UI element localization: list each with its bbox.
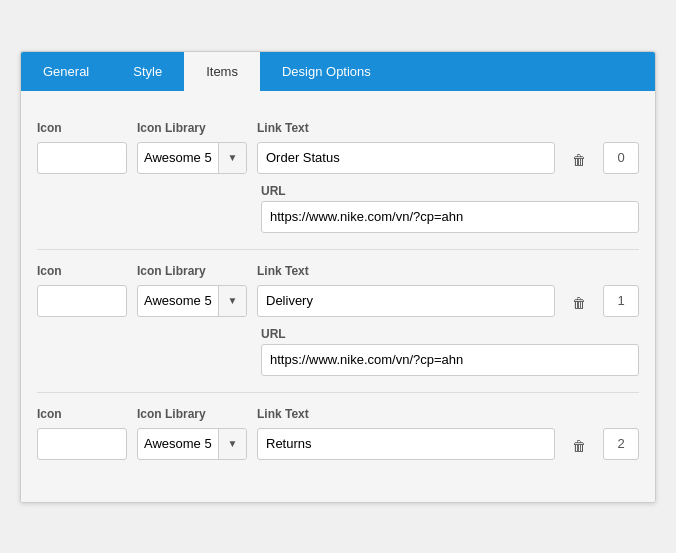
icon-library-field-0: Awesome 5 ▼ <box>137 142 247 174</box>
icon-field-group-0: Icon ↑ <box>37 121 127 174</box>
icon-library-group-2: Icon Library Awesome 5 ▼ <box>137 407 247 460</box>
delete-btn-1[interactable]: 🗑 <box>565 289 593 317</box>
link-text-input-0[interactable] <box>257 142 555 174</box>
tab-items[interactable]: Items <box>184 52 260 91</box>
link-text-group-1: Link Text <box>257 264 555 317</box>
order-num-2: 2 <box>603 428 639 460</box>
icon-label-0: Icon <box>37 121 127 135</box>
icon-library-group-0: Icon Library Awesome 5 ▼ <box>137 121 247 174</box>
link-text-input-1[interactable] <box>257 285 555 317</box>
url-wrap-0: URL <box>261 184 639 233</box>
url-section-0: URL <box>37 184 639 233</box>
icon-label-2: Icon <box>37 407 127 421</box>
chevron-down-icon-2: ▼ <box>228 438 238 449</box>
delete-btn-0[interactable]: 🗑 <box>565 146 593 174</box>
icon-library-group-1: Icon Library Awesome 5 ▼ <box>137 264 247 317</box>
trash-icon-0: 🗑 <box>572 152 586 168</box>
icon-library-select-1[interactable]: Awesome 5 <box>138 286 218 316</box>
icon-library-label-0: Icon Library <box>137 121 247 135</box>
dropdown-arrow-1: ▼ <box>218 286 246 316</box>
tab-design-options[interactable]: Design Options <box>260 52 393 91</box>
dropdown-arrow-2: ▼ <box>218 429 246 459</box>
icon-label-1: Icon <box>37 264 127 278</box>
content-area: Icon ↑ Icon Library Awesome 5 <box>21 91 655 502</box>
chevron-down-icon-1: ▼ <box>228 295 238 306</box>
trash-icon-2: 🗑 <box>572 438 586 454</box>
icon-library-label-1: Icon Library <box>137 264 247 278</box>
icon-field-group-1: Icon ↑ <box>37 264 127 317</box>
icon-field-0: ↑ <box>37 142 127 174</box>
url-wrap-1: URL <box>261 327 639 376</box>
icon-library-select-0[interactable]: Awesome 5 <box>138 143 218 173</box>
icon-field-1: ↑ <box>37 285 127 317</box>
url-input-1[interactable] <box>261 344 639 376</box>
tab-style[interactable]: Style <box>111 52 184 91</box>
item-row-2: Icon ↑ Icon Library Awesome 5 <box>37 393 639 486</box>
dropdown-arrow-0: ▼ <box>218 143 246 173</box>
url-label-0: URL <box>261 184 639 198</box>
link-text-group-2: Link Text <box>257 407 555 460</box>
icon-library-select-2[interactable]: Awesome 5 <box>138 429 218 459</box>
tab-general[interactable]: General <box>21 52 111 91</box>
link-text-label-2: Link Text <box>257 407 555 421</box>
url-section-1: URL <box>37 327 639 376</box>
item-row-0: Icon ↑ Icon Library Awesome 5 <box>37 107 639 250</box>
tab-bar: General Style Items Design Options <box>21 52 655 91</box>
order-num-0: 0 <box>603 142 639 174</box>
trash-icon-1: 🗑 <box>572 295 586 311</box>
icon-library-field-2: Awesome 5 ▼ <box>137 428 247 460</box>
item-row-1: Icon ↑ Icon Library Awesome 5 <box>37 250 639 393</box>
delete-btn-2[interactable]: 🗑 <box>565 432 593 460</box>
icon-library-label-2: Icon Library <box>137 407 247 421</box>
url-label-1: URL <box>261 327 639 341</box>
order-num-1: 1 <box>603 285 639 317</box>
panel: General Style Items Design Options Icon … <box>20 51 656 503</box>
icon-field-group-2: Icon ↑ <box>37 407 127 460</box>
link-text-label-1: Link Text <box>257 264 555 278</box>
url-input-0[interactable] <box>261 201 639 233</box>
chevron-down-icon-0: ▼ <box>228 152 238 163</box>
icon-field-2: ↑ <box>37 428 127 460</box>
link-text-input-2[interactable] <box>257 428 555 460</box>
link-text-group-0: Link Text <box>257 121 555 174</box>
link-text-label-0: Link Text <box>257 121 555 135</box>
icon-library-field-1: Awesome 5 ▼ <box>137 285 247 317</box>
